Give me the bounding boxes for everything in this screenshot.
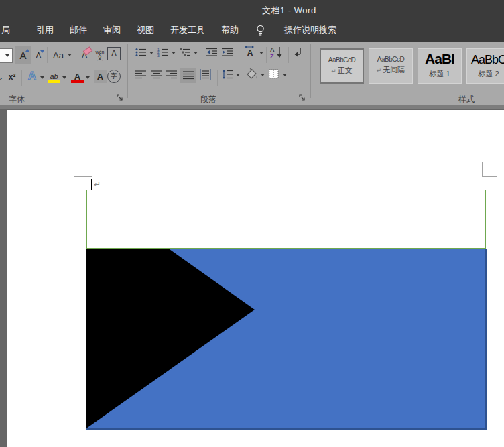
subscript-button[interactable]: x₂ [0, 71, 5, 84]
numbering-icon: 1 2 3 [158, 48, 169, 57]
tab-review[interactable]: 审阅 [95, 19, 129, 42]
tab-help[interactable]: 帮助 [213, 19, 247, 42]
chevron-down-icon[interactable] [149, 52, 153, 54]
window-title: 文档1 - Word [262, 5, 316, 17]
margin-cropmark-left-horizontal [74, 176, 92, 177]
font-size-combo[interactable] [0, 48, 13, 63]
increase-indent-icon [222, 48, 233, 57]
font-color-bar [71, 80, 84, 83]
asian-layout-arrows-icon [244, 45, 255, 49]
style-card-heading2[interactable]: AaBbC 标题 2 [466, 48, 504, 84]
flag-black-triangle [86, 249, 261, 428]
title-bar: 文档1 - Word [0, 0, 504, 19]
multilevel-list-button[interactable] [180, 48, 191, 57]
sort-icon: A Z [269, 46, 284, 59]
tab-references[interactable]: 引用 [28, 19, 62, 42]
decrease-indent-button[interactable] [206, 48, 218, 57]
align-center-button[interactable] [151, 70, 162, 79]
sort-button[interactable]: A Z [269, 46, 284, 59]
enclose-characters-button[interactable]: 字 [107, 70, 121, 83]
align-left-button[interactable] [135, 70, 147, 79]
increase-indent-button[interactable] [222, 48, 233, 57]
multilevel-list-icon [180, 48, 191, 57]
styles-group: AaBbCcD ↵正文 AaBbCcD ↵无间隔 AaBl 标题 1 AaBbC… [311, 42, 504, 105]
chevron-down-icon[interactable] [259, 52, 263, 54]
text-effects-button[interactable]: A [25, 68, 39, 84]
lightbulb-icon[interactable] [255, 24, 265, 37]
line-spacing-icon [222, 69, 233, 80]
distributed-button[interactable] [199, 69, 212, 80]
asian-layout-button[interactable]: A [243, 46, 257, 60]
shrink-font-button[interactable]: A [32, 48, 45, 62]
divider [21, 70, 22, 86]
divider [266, 47, 267, 63]
justify-button[interactable] [180, 68, 196, 83]
line-spacing-button[interactable] [222, 69, 233, 80]
paragraph-mark: ↵ [94, 180, 101, 189]
shrink-arrow-icon [40, 50, 44, 53]
tab-developer[interactable]: 开发工具 [162, 19, 213, 42]
borders-button[interactable] [269, 69, 279, 79]
margin-cropmark-right-horizontal [483, 176, 497, 177]
chevron-down-icon[interactable] [68, 54, 72, 56]
bullets-icon [135, 48, 147, 57]
content-control-box[interactable] [86, 190, 486, 249]
style-card-normal[interactable]: AaBbCcD ↵正文 [320, 48, 364, 84]
chevron-down-icon[interactable] [40, 76, 44, 79]
bullets-button[interactable] [135, 48, 147, 57]
tab-layout-partial[interactable]: 局 [0, 19, 21, 42]
font-group: A A Aa A wén 文 A [0, 42, 127, 105]
svg-text:Z: Z [270, 53, 274, 59]
chevron-down-icon[interactable] [283, 74, 287, 76]
chevron-down-icon[interactable] [236, 74, 240, 76]
phonetic-guide-button[interactable]: wén 文 [93, 46, 107, 64]
grow-arrow-icon [25, 49, 29, 52]
decrease-indent-icon [206, 48, 218, 57]
justify-icon [183, 71, 194, 80]
text-highlight-button[interactable]: ab [48, 70, 60, 83]
chevron-down-icon[interactable] [194, 52, 198, 54]
divider [217, 70, 218, 86]
pilcrow-mark: ↵ [331, 68, 336, 74]
style-card-no-spacing[interactable]: AaBbCcD ↵无间隔 [369, 48, 413, 84]
paragraph-group-label: 段落 [200, 94, 216, 105]
divider [239, 47, 239, 63]
distributed-icon [199, 69, 212, 80]
divider [202, 47, 202, 63]
style-card-heading1[interactable]: AaBl 标题 1 [418, 48, 462, 84]
word-window: 文档1 - Word 局 引用 邮件 审阅 视图 开发工具 帮助 操作说明搜索 … [0, 0, 504, 447]
align-right-button[interactable] [166, 70, 178, 79]
shading-button[interactable] [246, 68, 259, 80]
font-dialog-launcher-icon[interactable] [117, 94, 124, 102]
ribbon: A A Aa A wén 文 A [0, 42, 504, 105]
highlight-color-bar [48, 80, 60, 83]
margin-cropmark-right-vertical [482, 162, 483, 177]
clear-formatting-button[interactable]: A [78, 47, 91, 63]
chevron-down-icon[interactable] [261, 74, 265, 76]
show-hide-marks-button[interactable] [293, 47, 304, 58]
divider [47, 47, 48, 63]
font-group-label: 字体 [9, 94, 25, 105]
borders-icon [269, 69, 279, 79]
chevron-down-icon [5, 54, 9, 57]
tab-view[interactable]: 视图 [129, 19, 162, 42]
paint-bucket-icon [246, 68, 259, 80]
ribbon-tab-bar: 局 引用 邮件 审阅 视图 开发工具 帮助 操作说明搜索 [0, 19, 504, 42]
tell-me-search[interactable]: 操作说明搜索 [276, 19, 344, 42]
font-color-button[interactable]: A [71, 70, 84, 83]
superscript-button[interactable]: x² [5, 70, 19, 84]
change-case-button[interactable]: Aa [51, 48, 66, 62]
tab-mailings[interactable]: 邮件 [62, 19, 95, 42]
numbering-button[interactable]: 1 2 3 [158, 48, 169, 57]
align-right-icon [166, 70, 178, 79]
show-hide-marks-icon [293, 47, 304, 58]
character-border-button[interactable]: A [107, 47, 121, 60]
text-cursor [91, 179, 92, 190]
character-shading-button[interactable]: A [94, 70, 107, 83]
chevron-down-icon[interactable] [86, 76, 90, 79]
grow-font-button[interactable]: A [15, 46, 31, 64]
chevron-down-icon[interactable] [62, 76, 66, 79]
chevron-down-icon[interactable] [172, 52, 176, 54]
paragraph-dialog-launcher-icon[interactable] [299, 94, 306, 102]
flag-image[interactable] [86, 249, 487, 430]
